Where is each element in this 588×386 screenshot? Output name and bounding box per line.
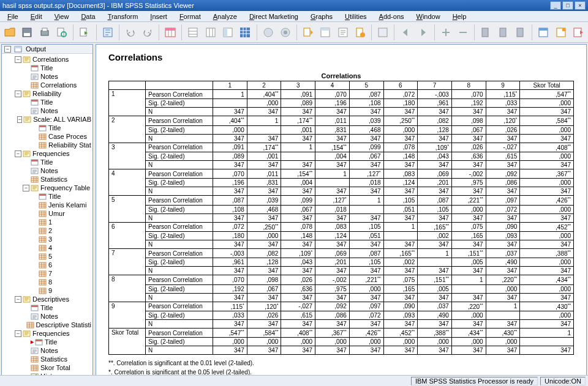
close-button[interactable]: × — [575, 1, 586, 10]
script-icon[interactable] — [554, 24, 568, 41]
toggle-icon[interactable] — [31, 133, 37, 140]
toggle-icon[interactable] — [23, 347, 29, 354]
tree-item[interactable]: 4 — [2, 243, 92, 252]
tree-item[interactable]: 7 — [2, 269, 92, 278]
recall-icon[interactable] — [100, 24, 115, 41]
print-icon[interactable] — [37, 24, 52, 41]
toggle-icon[interactable]: − — [15, 330, 21, 337]
toggle-icon[interactable] — [31, 253, 37, 260]
tree-item[interactable]: −Frequency Table — [2, 184, 92, 192]
toggle-icon[interactable] — [31, 202, 37, 209]
tree-item[interactable]: 6 — [2, 261, 92, 269]
tree-item[interactable]: 8 — [2, 278, 92, 286]
designate-icon[interactable] — [375, 24, 390, 41]
viewer-content[interactable]: Correlations Correlations 123456789Skor … — [96, 44, 587, 386]
toggle-icon[interactable]: − — [15, 150, 21, 157]
circle-icon[interactable] — [260, 24, 275, 41]
undo-icon[interactable] — [123, 24, 138, 41]
tree-item[interactable]: 9 — [2, 286, 92, 295]
add-icon[interactable] — [439, 24, 453, 41]
toggle-icon[interactable] — [23, 168, 29, 174]
toggle-icon[interactable]: − — [23, 185, 29, 191]
toggle-icon[interactable] — [31, 142, 37, 149]
toggle-icon[interactable] — [23, 356, 29, 363]
menu-window[interactable]: Window — [412, 12, 445, 21]
toggle-icon[interactable]: − — [17, 116, 22, 123]
outline-root[interactable]: − Output — [2, 45, 92, 54]
book1-icon[interactable] — [478, 24, 493, 41]
tree-item[interactable]: −Correlations — [2, 55, 92, 64]
save-icon[interactable] — [20, 24, 34, 41]
tree-item[interactable]: Skor Total — [2, 363, 92, 372]
toggle-icon[interactable] — [31, 245, 37, 251]
toggle-icon[interactable] — [23, 305, 29, 311]
outline-pane[interactable]: − Output −CorrelationsTitleNotesCorrelat… — [1, 44, 93, 386]
toggle-icon[interactable] — [23, 176, 29, 183]
toggle-icon[interactable] — [31, 288, 37, 294]
tree-item[interactable]: ▸Title — [2, 338, 92, 346]
minimize-button[interactable]: _ — [550, 1, 561, 10]
toggle-icon[interactable] — [31, 193, 37, 200]
select-icon[interactable] — [221, 24, 235, 41]
menu-data[interactable]: Data — [76, 12, 100, 21]
menu-help[interactable]: Help — [448, 12, 472, 21]
toggle-icon[interactable] — [31, 236, 37, 243]
menu-utilities[interactable]: Utilities — [340, 12, 371, 21]
tree-item[interactable]: Title — [2, 192, 92, 201]
tree-item[interactable]: Notes — [2, 312, 92, 321]
menu-view[interactable]: View — [50, 12, 74, 21]
toggle-icon[interactable] — [31, 228, 37, 234]
toggle-icon[interactable] — [31, 270, 37, 277]
tree-item[interactable]: 1 — [2, 218, 92, 226]
tree-item[interactable]: −Reliability — [2, 89, 92, 98]
menu-direct-marketing[interactable]: Direct Marketing — [244, 12, 303, 21]
tree-item[interactable]: Title — [2, 158, 92, 166]
tree-item[interactable]: 5 — [2, 252, 92, 261]
toggle-icon[interactable] — [23, 73, 29, 80]
tree-item[interactable]: Title — [2, 124, 92, 132]
tree-item[interactable]: Statistics — [2, 355, 92, 363]
menu-transform[interactable]: Transform — [103, 12, 143, 21]
preview-icon[interactable] — [55, 24, 69, 41]
tree-item[interactable]: −Scale: ALL VARIAB — [2, 115, 92, 124]
tree-item[interactable]: −Frequencies — [2, 329, 92, 338]
toggle-icon[interactable]: − — [15, 296, 21, 303]
tree-item[interactable]: Notes — [2, 106, 92, 115]
book2-icon[interactable] — [496, 24, 511, 41]
tree-item[interactable]: Correlations — [2, 81, 92, 89]
back-icon[interactable] — [398, 24, 413, 41]
goto-case-icon[interactable] — [186, 24, 200, 41]
tree-item[interactable]: Title — [2, 64, 92, 72]
toggle-icon[interactable] — [23, 313, 29, 320]
tree-item[interactable]: −Frequencies — [2, 149, 92, 158]
toggle-icon[interactable]: − — [15, 56, 21, 63]
toggle-icon[interactable] — [23, 108, 29, 114]
toggle-icon[interactable] — [23, 82, 29, 89]
tree-item[interactable]: 2 — [2, 226, 92, 235]
insert-title-icon[interactable] — [318, 24, 333, 41]
tree-item[interactable]: Notes — [2, 166, 92, 175]
tree-item[interactable]: Title — [2, 303, 92, 312]
redo-icon[interactable] — [140, 24, 155, 41]
toggle-icon[interactable] — [23, 99, 29, 106]
syntax-icon[interactable] — [536, 24, 551, 41]
tree-item[interactable]: −Descriptives — [2, 295, 92, 303]
book3-icon[interactable] — [513, 24, 528, 41]
toggle-icon[interactable] — [23, 365, 29, 371]
toggle-icon[interactable]: − — [4, 46, 11, 53]
vars-icon[interactable] — [203, 24, 218, 41]
menu-edit[interactable]: Edit — [26, 12, 47, 21]
tree-item[interactable]: Descriptive Statisti — [2, 321, 92, 329]
fwd-icon[interactable] — [416, 24, 431, 41]
menu-format[interactable]: Format — [175, 12, 206, 21]
tree-item[interactable]: Case Proces — [2, 132, 92, 141]
open-icon[interactable] — [2, 24, 17, 41]
output-icon[interactable] — [571, 24, 586, 41]
tree-item[interactable]: Umur — [2, 209, 92, 218]
toggle-icon[interactable] — [31, 210, 37, 217]
toggle-icon[interactable] — [19, 322, 24, 328]
remove-icon[interactable] — [456, 24, 470, 41]
tree-item[interactable]: Reliability Stat — [2, 141, 92, 149]
toggle-icon[interactable] — [31, 279, 37, 286]
menu-analyze[interactable]: Analyze — [208, 12, 242, 21]
